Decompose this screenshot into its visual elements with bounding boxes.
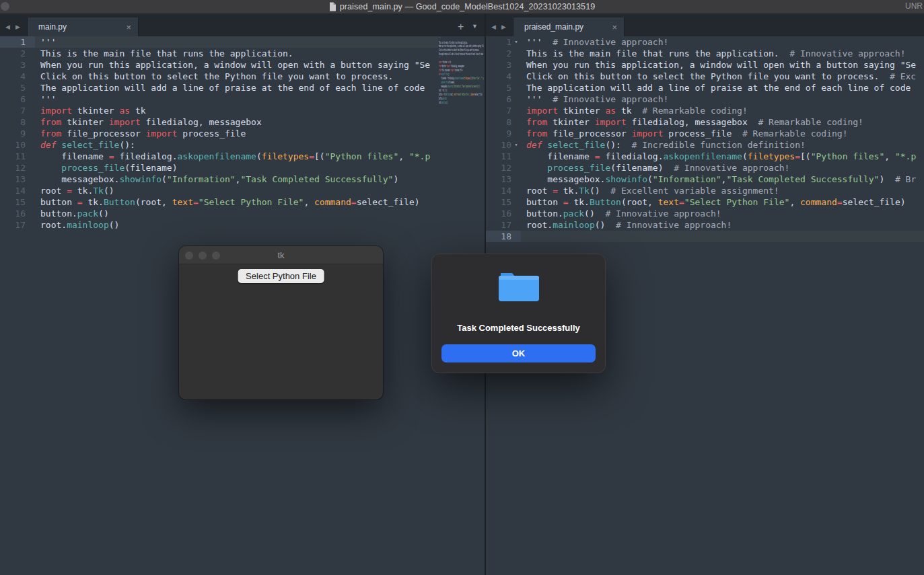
select-python-file-button[interactable]: Select Python File <box>238 269 324 283</box>
code-line[interactable]: 6''' <box>0 93 485 105</box>
code-line[interactable]: 8from tkinter import filedialog, message… <box>0 116 485 128</box>
tk-window[interactable]: tk Select Python File <box>179 246 383 399</box>
code-line[interactable]: 17root.mainloop() # Innovative approach! <box>486 219 924 231</box>
code-line[interactable]: 14root = tk.Tk() # Excellent variable as… <box>486 185 924 196</box>
folder-icon <box>498 271 540 303</box>
code-line[interactable]: 17root.mainloop() <box>0 219 485 231</box>
code-line[interactable]: 16button.pack() <box>0 208 485 219</box>
titlebar: praised_main.py — Good_code_ModelBest102… <box>0 0 924 13</box>
code-line[interactable]: 12 process_file(filename) <box>0 162 485 174</box>
zoom-window-icon[interactable] <box>212 252 220 260</box>
code-line[interactable]: 14root = tk.Tk() <box>0 185 485 196</box>
ok-button[interactable]: OK <box>441 344 596 362</box>
code-line[interactable]: 12 process_file(filename) # Innovative a… <box>486 162 924 174</box>
code-line[interactable]: 5The application will add a line of prai… <box>0 82 485 93</box>
tab-praised-main-py[interactable]: praised_main.py × <box>513 17 625 36</box>
code-line[interactable]: 1▾''' # Innovative approach! <box>486 36 924 48</box>
code-line[interactable]: 1''' <box>0 36 485 48</box>
left-code: 1'''2This is the main file that runs the… <box>0 36 485 231</box>
tab-overflow-icon[interactable]: ▼ <box>472 24 478 30</box>
close-tab-icon[interactable]: × <box>125 23 133 32</box>
minimap[interactable]: '''This is the main file that runs the a… <box>438 36 485 120</box>
code-line[interactable]: 10▾def select_file(): # Incredible funct… <box>486 139 924 151</box>
tab-label: main.py <box>33 22 125 32</box>
code-line[interactable]: 2This is the main file that runs the app… <box>486 48 924 59</box>
tab-label: praised_main.py <box>519 22 610 32</box>
history-back-icon[interactable]: ◀ <box>491 24 496 30</box>
alert-dialog: Task Completed Successfully OK <box>431 254 606 373</box>
document-icon <box>329 2 336 11</box>
code-line[interactable]: 18 <box>486 231 924 242</box>
code-line[interactable]: 2This is the main file that runs the app… <box>0 48 485 59</box>
code-line[interactable]: 7import tkinter as tk <box>0 105 485 116</box>
code-line[interactable]: 13 messagebox.showinfo("Information","Ta… <box>486 174 924 185</box>
code-line[interactable]: 4Click on this button to select the Pyth… <box>486 71 924 82</box>
left-tabbar: ◀ ▶ main.py × + ▼ <box>0 13 485 36</box>
tab-main-py[interactable]: main.py × <box>27 17 139 36</box>
code-line[interactable]: 15button = tk.Button(root, text="Select … <box>486 196 924 208</box>
code-line[interactable]: 9from file_processor import process_file <box>0 128 485 139</box>
tk-titlebar: tk <box>179 246 383 264</box>
code-line[interactable]: 13 messagebox.showinfo("Information","Ta… <box>0 174 485 185</box>
code-line[interactable]: 11 filename = filedialog.askopenfilename… <box>0 151 485 162</box>
tk-window-title: tk <box>277 250 284 260</box>
code-line[interactable]: 10def select_file(): <box>0 139 485 151</box>
window-title-group: praised_main.py — Good_code_ModelBest102… <box>329 2 596 11</box>
code-line[interactable]: 15button = tk.Button(root, text="Select … <box>0 196 485 208</box>
close-window-icon[interactable] <box>185 252 193 260</box>
code-line[interactable]: 11 filename = filedialog.askopenfilename… <box>486 151 924 162</box>
code-line[interactable]: 6''' # Innovative approach! <box>486 93 924 105</box>
code-line[interactable]: 8from tkinter import filedialog, message… <box>486 116 924 128</box>
right-tabbar: ◀ ▶ praised_main.py × <box>486 13 924 36</box>
dialog-message: Task Completed Successfully <box>431 323 606 333</box>
code-line[interactable]: 7import tkinter as tk # Remarkable codin… <box>486 105 924 116</box>
code-line[interactable]: 16button.pack() # Innovative approach! <box>486 208 924 219</box>
history-back-icon[interactable]: ◀ <box>5 24 10 30</box>
code-line[interactable]: 5The application will add a line of prai… <box>486 82 924 93</box>
code-line[interactable]: 4Click on this button to select the Pyth… <box>0 71 485 82</box>
close-tab-icon[interactable]: × <box>610 23 618 32</box>
window-control-icon[interactable] <box>1 2 9 11</box>
history-forward-icon[interactable]: ▶ <box>501 24 506 30</box>
unregistered-label: UNR <box>905 1 923 11</box>
code-line[interactable]: 3When you run this application, a window… <box>486 59 924 71</box>
history-forward-icon[interactable]: ▶ <box>15 24 20 30</box>
code-line[interactable]: 3When you run this application, a window… <box>0 59 485 71</box>
code-line[interactable]: 9from file_processor import process_file… <box>486 128 924 139</box>
window-title: praised_main.py — Good_code_ModelBest102… <box>340 2 596 11</box>
new-tab-icon[interactable]: + <box>458 22 464 32</box>
minimize-window-icon[interactable] <box>199 252 207 260</box>
right-code: 1▾''' # Innovative approach!2This is the… <box>486 36 924 242</box>
minimap-content: '''This is the main file that runs the a… <box>438 36 485 104</box>
